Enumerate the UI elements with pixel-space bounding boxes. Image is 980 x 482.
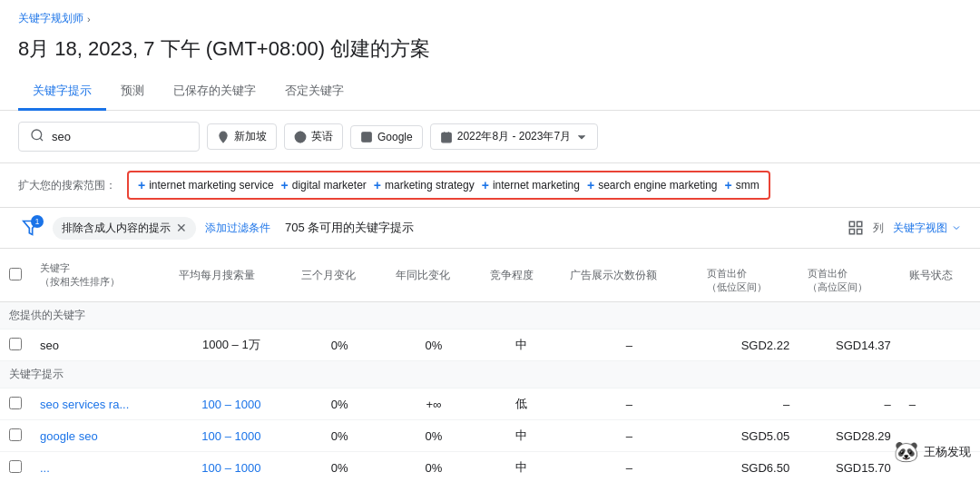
search-filter-row: seo 新加坡 英语 Google 2022年8月 - 2023年7月 <box>0 111 980 163</box>
kw-chip-0[interactable]: + internet marketing service <box>138 178 274 192</box>
table-header-row: 关键字 （按相关性排序） 平均每月搜索量 三个月变化 年同比变化 竞争程度 广告… <box>0 249 980 302</box>
kw-chip-label-0: internet marketing service <box>149 179 273 192</box>
row-3mo: 0% <box>292 420 387 452</box>
row-low-bid: SGD5.05 <box>698 420 799 452</box>
tab-negative-keywords[interactable]: 否定关键字 <box>270 74 358 111</box>
filter-tag: 排除含成人内容的提示 ✕ <box>53 217 196 240</box>
row-low-bid: SGD2.22 <box>698 330 799 361</box>
row-keyword: seo <box>31 330 170 361</box>
row-impressions: – <box>561 452 697 483</box>
table-row: ... 100 – 1000 0% 0% 中 – SGD6.50 SGD15.7… <box>0 452 980 483</box>
kw-chip-3[interactable]: + internet marketing <box>482 178 580 192</box>
row-competition: 中 <box>481 452 561 483</box>
row-low-bid: – <box>698 389 799 420</box>
select-all-checkbox[interactable] <box>9 268 22 280</box>
tab-saved-keywords[interactable]: 已保存的关键字 <box>159 74 270 111</box>
tab-forecast[interactable]: 预测 <box>106 74 159 111</box>
date-range-label: 2022年8月 - 2023年7月 <box>457 129 571 144</box>
watermark-icon: 🐼 <box>894 440 918 464</box>
row-account-status <box>900 330 980 361</box>
row-high-bid: SGD15.70 <box>799 452 900 483</box>
keyword-link-2[interactable]: ... <box>40 461 50 475</box>
kw-chip-label-2: marketing strategy <box>385 179 475 192</box>
breadcrumb-link[interactable]: 关键字规划师 <box>18 11 83 26</box>
tab-keyword-suggestions[interactable]: 关键字提示 <box>18 74 106 111</box>
table-row: google seo 100 – 1000 0% 0% 中 – SGD5.05 … <box>0 420 980 452</box>
svg-point-2 <box>222 133 225 136</box>
col-account-status: 账号状态 <box>900 249 980 302</box>
breadcrumb-separator: › <box>87 14 91 25</box>
kw-chip-2[interactable]: + marketing strategy <box>374 178 475 192</box>
row-keyword: ... <box>31 452 170 483</box>
row-yoy: 0% <box>387 330 481 361</box>
row-competition: 中 <box>481 420 561 452</box>
tabs-row: 关键字提示 预测 已保存的关键字 否定关键字 <box>0 74 980 111</box>
col-competition: 竞争程度 <box>481 249 561 302</box>
row-checkbox[interactable] <box>0 452 31 483</box>
location-label: 新加坡 <box>234 129 267 144</box>
svg-rect-12 <box>858 221 862 226</box>
row-checkbox[interactable] <box>0 389 31 420</box>
data-table: 关键字 （按相关性排序） 平均每月搜索量 三个月变化 年同比变化 竞争程度 广告… <box>0 248 980 482</box>
row-yoy: 0% <box>387 420 481 452</box>
keyword-link-1[interactable]: google seo <box>40 429 98 443</box>
svg-rect-11 <box>849 221 854 226</box>
keyword-link-0[interactable]: seo services ra... <box>40 398 129 411</box>
expand-label: 扩大您的搜索范围： <box>18 178 116 193</box>
plus-icon-3: + <box>482 178 489 192</box>
row-keyword: google seo <box>31 420 170 452</box>
plus-icon-4: + <box>587 178 594 192</box>
date-range-filter[interactable]: 2022年8月 - 2023年7月 <box>430 123 598 150</box>
row-checkbox[interactable] <box>0 420 31 452</box>
section-provided: 您提供的关键字 <box>0 302 980 330</box>
row-low-bid: SGD6.50 <box>698 452 799 483</box>
filter-icon-button[interactable]: 1 <box>18 215 44 241</box>
add-filter-button[interactable]: 添加过滤条件 <box>205 221 270 236</box>
col-low-bid: 页首出价 （低位区间） <box>698 249 799 302</box>
engine-filter[interactable]: Google <box>350 125 423 149</box>
kw-chip-5[interactable]: + smm <box>725 178 760 192</box>
search-box[interactable]: seo <box>18 122 200 152</box>
view-toggle[interactable] <box>848 220 864 236</box>
view-label: 列 <box>873 221 884 236</box>
right-controls: 列 关键字视图 <box>848 220 962 236</box>
language-label: 英语 <box>311 129 333 144</box>
col-three-month: 三个月变化 <box>292 249 387 302</box>
row-3mo: 0% <box>292 330 387 361</box>
keyword-view-button[interactable]: 关键字视图 <box>893 221 962 236</box>
location-filter[interactable]: 新加坡 <box>207 123 277 150</box>
table-controls: 1 排除含成人内容的提示 ✕ 添加过滤条件 705 条可用的关键字提示 列 关键… <box>0 208 980 248</box>
row-monthly: 100 – 1000 <box>170 420 292 452</box>
keyword-view-label: 关键字视图 <box>893 221 947 236</box>
col-checkbox <box>0 249 31 302</box>
breadcrumb: 关键字规划师 › <box>0 0 980 30</box>
watermark-text: 王杨发现 <box>924 444 971 460</box>
search-icon <box>30 128 44 145</box>
watermark: 🐼 王杨发现 <box>894 440 971 464</box>
row-monthly: 100 – 1000 <box>170 452 292 483</box>
row-monthly: 1000 – 1万 <box>170 330 292 361</box>
filter-tag-label: 排除含成人内容的提示 <box>62 221 171 236</box>
kw-chip-label-3: internet marketing <box>493 179 580 192</box>
expand-search-row: 扩大您的搜索范围： + internet marketing service +… <box>0 163 980 208</box>
row-monthly: 100 – 1000 <box>170 389 292 420</box>
col-monthly-searches: 平均每月搜索量 <box>170 249 292 302</box>
plus-icon-0: + <box>138 178 145 192</box>
search-query: seo <box>52 130 71 143</box>
plus-icon-2: + <box>374 178 381 192</box>
language-filter[interactable]: 英语 <box>284 123 343 150</box>
row-high-bid: SGD14.37 <box>799 330 900 361</box>
section-suggestions: 关键字提示 <box>0 361 980 389</box>
row-keyword: seo services ra... <box>31 389 170 420</box>
kw-chip-4[interactable]: + search engine marketing <box>587 178 718 192</box>
col-high-bid: 页首出价 （高位区间） <box>799 249 900 302</box>
col-yoy: 年同比变化 <box>387 249 481 302</box>
row-account-status: – <box>900 389 980 420</box>
col-keyword: 关键字 （按相关性排序） <box>31 249 170 302</box>
kw-chip-1[interactable]: + digital marketer <box>281 178 367 192</box>
row-yoy: +∞ <box>387 389 481 420</box>
filter-close-icon[interactable]: ✕ <box>176 221 187 234</box>
row-checkbox[interactable] <box>0 330 31 361</box>
row-yoy: 0% <box>387 452 481 483</box>
filter-badge: 1 <box>31 215 44 228</box>
